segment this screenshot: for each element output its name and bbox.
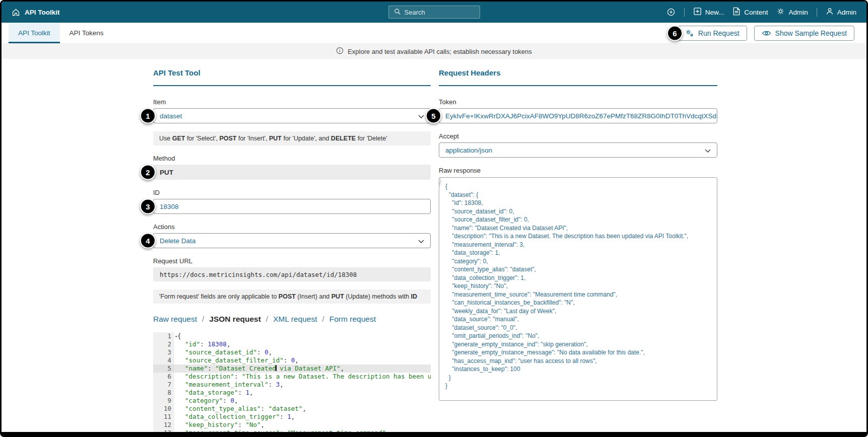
token-input[interactable]: EykIvFe+IKxwRrDXAJ6PcixAF8WO9YpUD8R6zoZ6…	[439, 108, 717, 123]
app-window: API Toolkit Search	[0, 0, 868, 437]
step-badge-3: 3	[140, 199, 156, 214]
navbar-actions: New... Content Admin	[666, 7, 856, 17]
editor-line: 3 "source_dataset_id": 0,	[153, 348, 431, 356]
accept-label: Accept	[439, 132, 717, 140]
account-menu-label: Admin	[837, 9, 856, 16]
document-icon	[732, 7, 741, 17]
id-field-group: ID 3 18308	[153, 189, 431, 214]
request-url-label: Request URL	[153, 257, 431, 265]
item-select[interactable]: dataset	[153, 108, 431, 123]
accept-select[interactable]: application/json	[439, 142, 717, 158]
editor-code-line[interactable]: "data_collection_trigger": 1,	[174, 413, 431, 421]
user-icon	[826, 7, 834, 17]
editor-line: 10 "content_type_alias": "dataset",	[153, 405, 431, 413]
editor-code-line[interactable]: "measurement_interval": 3,	[174, 381, 431, 389]
editor-code-line[interactable]: "content_type_alias": "dataset",	[174, 405, 431, 413]
api-test-tool-panel: API Test Tool Item 1 dataset Use GET for…	[153, 68, 431, 437]
raw-response-label: Raw response	[439, 167, 717, 174]
editor-line-number: 7	[153, 381, 174, 389]
editor-line: 5 "name": "Dataset Created via Dataset A…	[153, 365, 431, 373]
editor-code-line[interactable]: "category": 0,	[174, 397, 431, 405]
json-request-editor[interactable]: 1▾{2 "id": 18308,3 "source_dataset_id": …	[153, 332, 431, 437]
editor-line-number: 4	[153, 356, 174, 365]
tab-api-toolkit[interactable]: API Toolkit	[9, 23, 60, 43]
editor-line: 12 "keep_history": "No",	[153, 421, 431, 429]
search-placeholder: Search	[405, 9, 425, 16]
editor-line: 6 "description": "This is a new Dataset.…	[153, 373, 431, 381]
raw-response-text: { "dataset": { "id": 18308, "source_data…	[445, 182, 711, 390]
editor-code-line[interactable]: "name": "Dataset Created via Dataset API…	[174, 365, 431, 373]
content-menu[interactable]: Content	[732, 7, 768, 17]
top-navbar: API Toolkit Search	[2, 2, 866, 23]
step-badge-4: 4	[140, 233, 156, 249]
chevron-down-icon	[418, 237, 424, 245]
navbar-divider	[817, 8, 817, 17]
editor-code-line[interactable]: "id": 18308,	[174, 340, 431, 348]
actions-field-group: Actions 4 Delete Data	[153, 223, 431, 248]
admin-menu-label: Admin	[788, 9, 808, 16]
show-sample-request-label: Show Sample Request	[775, 29, 847, 37]
editor-line-number: 9	[153, 397, 174, 405]
editor-line: 13 "measurement_time_source": "Measureme…	[153, 429, 431, 437]
actions-select[interactable]: Delete Data	[153, 233, 431, 248]
page-tabbar: API ToolkitAPI Tokens 6 Run Request	[2, 23, 866, 44]
editor-code-line[interactable]: "data_storage": 1,	[174, 389, 431, 397]
chevron-down-icon	[418, 112, 424, 120]
editor-line-number: 5	[153, 365, 174, 373]
plus-square-icon	[693, 7, 702, 17]
request-tab-form-request[interactable]: Form request	[317, 315, 375, 324]
id-input[interactable]: 18308	[153, 199, 431, 214]
account-menu[interactable]: Admin	[826, 7, 856, 17]
home-link[interactable]: API Toolkit	[12, 8, 60, 17]
token-field-group: Token 5 EykIvFe+IKxwRrDXAJ6PcixAF8WO9YpU…	[439, 98, 717, 123]
editor-code-line[interactable]: "measurement_time_source": "Measurement …	[174, 429, 431, 437]
item-field-group: Item 1 dataset	[153, 98, 431, 123]
editor-line-number: 1▾	[153, 332, 174, 340]
editor-code-line[interactable]: "source_dataset_id": 0,	[174, 348, 431, 356]
run-gears-icon	[685, 29, 694, 37]
raw-response-output[interactable]: 7 { "dataset": { "id": 18308, "source_da…	[439, 177, 717, 401]
editor-line-number: 13	[153, 429, 174, 437]
id-label: ID	[153, 189, 431, 196]
actions-select-value: Delete Data	[160, 237, 195, 245]
info-banner: Explore and test available API calls; es…	[2, 44, 866, 59]
editor-code-line[interactable]: "keep_history": "No",	[174, 421, 431, 429]
fold-caret-icon[interactable]: ▾	[175, 333, 177, 341]
form-request-note: 'Form request' fields are only applicabl…	[153, 289, 431, 304]
step-badge-6: 6	[667, 25, 683, 41]
editor-code-line[interactable]: "description": "This is a new Dataset. T…	[174, 373, 431, 381]
editor-line-number: 2	[153, 340, 174, 348]
run-request-button[interactable]: 6 Run Request	[678, 26, 747, 41]
search-input[interactable]: Search	[388, 6, 480, 19]
info-icon	[336, 47, 344, 56]
show-sample-request-button[interactable]: Show Sample Request	[754, 26, 854, 41]
new-menu[interactable]: New...	[693, 7, 724, 17]
editor-code-line[interactable]: {	[174, 332, 431, 340]
admin-menu[interactable]: Admin	[776, 7, 808, 17]
editor-line: 1▾{	[153, 332, 431, 340]
request-url-field-group: Request URL https://docs.metricinsights.…	[153, 257, 431, 281]
run-request-label: Run Request	[698, 29, 740, 37]
page-actions: 6 Run Request Show Sample	[678, 23, 866, 43]
editor-line-number: 10	[153, 405, 174, 413]
page-tabs: API ToolkitAPI Tokens	[9, 23, 113, 43]
step-badge-2: 2	[140, 165, 156, 180]
tab-api-tokens[interactable]: API Tokens	[60, 23, 113, 43]
editor-line: 8 "data_storage": 1,	[153, 389, 431, 397]
request-tab-xml-request[interactable]: XML request	[261, 315, 317, 324]
editor-line-number: 12	[153, 421, 174, 429]
editor-line: 9 "category": 0,	[153, 397, 431, 405]
raw-response-field-group: Raw response 7 { "dataset": { "id": 1830…	[439, 167, 717, 401]
method-field-group: Method 2 PUT	[153, 155, 431, 180]
request-tab-raw-request[interactable]: Raw request	[153, 315, 197, 324]
content-menu-label: Content	[744, 9, 768, 16]
gear-icon	[776, 7, 785, 17]
editor-code-line[interactable]: "source_dataset_filter_id": 0,	[174, 356, 431, 365]
editor-line-number: 8	[153, 389, 174, 397]
eye-icon	[762, 30, 771, 37]
item-select-value: dataset	[160, 112, 182, 120]
method-label: Method	[153, 155, 431, 162]
request-tab-json-request[interactable]: JSON request	[197, 315, 261, 324]
utility-icon[interactable]	[666, 8, 676, 17]
request-url-value-field: https://docs.metricinsights.com/api/data…	[153, 267, 431, 281]
